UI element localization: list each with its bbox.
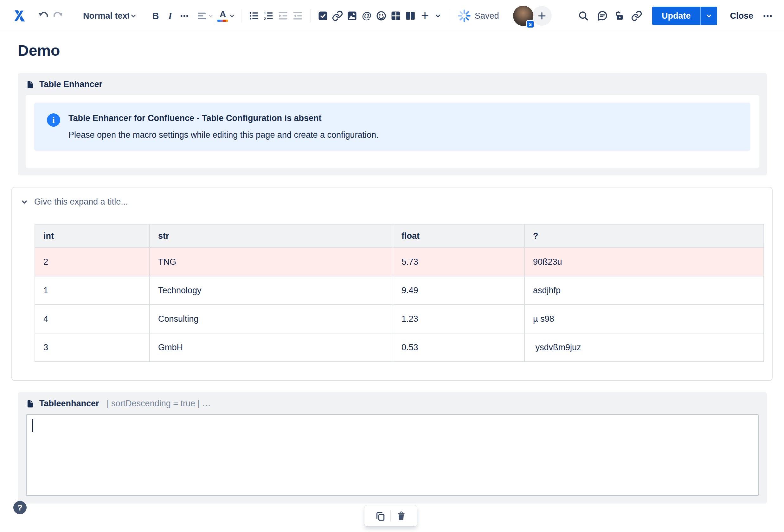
enhanced-table: int str float ? 2TNG5.7390ß23u1Technolog… (34, 224, 764, 362)
table-cell[interactable]: GmbH (149, 333, 393, 362)
outdent-button[interactable] (276, 7, 290, 25)
task-checkbox-icon (317, 10, 329, 22)
text-style-dropdown[interactable]: Normal text (83, 7, 138, 25)
table-cell[interactable]: 2 (35, 248, 149, 276)
insert-table-button[interactable] (389, 7, 403, 25)
table-cell[interactable]: asdjhfp (525, 276, 764, 305)
info-panel-title: Table Enhancer for Confluence - Table Co… (68, 113, 379, 123)
unlock-icon (614, 10, 625, 22)
table-cell[interactable]: 5.73 (393, 248, 525, 276)
help-button[interactable]: ? (13, 501, 27, 514)
table-cell[interactable]: 9.49 (393, 276, 525, 305)
table-cell[interactable]: Consulting (149, 305, 393, 333)
bullet-list-icon (248, 10, 259, 22)
table-cell[interactable]: 90ß23u (525, 248, 764, 276)
numbered-list-icon: 12 (263, 10, 274, 22)
action-item-button[interactable] (316, 7, 330, 25)
table-cell[interactable]: Technology (149, 276, 393, 305)
chevron-down-icon (20, 197, 29, 207)
editor-content: Demo Table Enhancer i Table Enhancer for… (0, 32, 784, 503)
page-title[interactable]: Demo (18, 42, 784, 59)
text-cursor (32, 419, 33, 432)
insert-image-button[interactable] (345, 7, 359, 25)
update-button[interactable]: Update (652, 7, 701, 25)
table-row[interactable]: 4Consulting1.23µ s98 (35, 305, 764, 333)
macro-body-editor[interactable] (26, 414, 759, 496)
macro-name: Table Enhancer (39, 80, 102, 89)
plus-icon (537, 11, 547, 21)
emoji-button[interactable] (374, 7, 389, 25)
collaborator-avatar[interactable]: S (513, 6, 533, 26)
table-enhancer-macro-panel[interactable]: Table Enhancer i Table Enhancer for Conf… (18, 73, 767, 175)
table-cell[interactable]: 3 (35, 333, 149, 362)
chevron-down-icon (129, 12, 138, 20)
restrictions-button[interactable] (612, 7, 627, 25)
node-floating-toolbar (364, 505, 417, 526)
table-cell[interactable]: 1.23 (393, 305, 525, 333)
insert-more-button[interactable]: + (418, 7, 432, 25)
table-cell[interactable]: 0.53 (393, 333, 525, 362)
macro-header[interactable]: Table Enhancer (26, 80, 759, 89)
column-header[interactable]: ? (525, 224, 764, 248)
document-icon (26, 399, 35, 408)
macro-header[interactable]: Tableenhancer | sortDescending = true | … (26, 399, 759, 409)
indent-button[interactable] (290, 7, 305, 25)
expand-block: Give this expand a title... int str floa… (11, 187, 773, 381)
table-cell[interactable]: TNG (149, 248, 393, 276)
expand-title-input[interactable]: Give this expand a title... (34, 197, 128, 207)
table-icon (390, 10, 401, 22)
columns-layout-icon (405, 10, 416, 22)
insert-dropdown-chevron[interactable] (432, 7, 444, 25)
avatar-status-badge: S (526, 20, 535, 29)
chevron-down-icon (207, 12, 214, 19)
macro-parameters: | sortDescending = true | … (107, 399, 211, 409)
alignment-dropdown[interactable] (196, 7, 214, 25)
table-cell[interactable]: µ s98 (525, 305, 764, 333)
expand-toggle-button[interactable] (20, 197, 29, 207)
table-cell[interactable]: ysdvßm9juz (525, 333, 764, 362)
toolbar-divider (449, 9, 449, 23)
mention-icon: @ (362, 10, 371, 22)
link-icon (631, 10, 642, 22)
insert-link-button[interactable] (330, 7, 345, 25)
column-header[interactable]: int (35, 224, 149, 248)
outdent-icon (277, 10, 289, 22)
find-replace-button[interactable] (576, 7, 591, 25)
table-row[interactable]: 1Technology9.49asdjhfp (35, 276, 764, 305)
layouts-button[interactable] (403, 7, 418, 25)
invite-people-button[interactable] (532, 6, 552, 26)
bullet-list-button[interactable] (247, 7, 261, 25)
image-icon (346, 10, 358, 22)
toolbar-divider (310, 9, 311, 23)
toolbar-overflow-button[interactable]: ⋯ (763, 10, 773, 22)
close-button[interactable]: Close (730, 11, 753, 21)
text-color-dropdown[interactable]: A (217, 7, 236, 25)
delete-node-button[interactable] (392, 508, 410, 524)
macro-body: i Table Enhancer for Confluence - Table … (26, 95, 759, 168)
info-panel-message: Please open the macro settings while edi… (68, 130, 379, 140)
confluence-logo-icon (11, 7, 29, 25)
italic-button[interactable]: I (163, 7, 177, 25)
bold-button[interactable]: B (148, 7, 163, 25)
copy-link-button[interactable] (629, 7, 644, 25)
redo-button[interactable] (51, 7, 65, 25)
tableenhancer-macro-panel[interactable]: Tableenhancer | sortDescending = true | … (18, 392, 767, 503)
copy-node-button[interactable] (371, 508, 389, 524)
inline-comment-button[interactable] (595, 7, 610, 25)
saving-spinner-icon (457, 7, 472, 25)
indent-icon (292, 10, 303, 22)
update-options-chevron[interactable] (701, 7, 717, 25)
copy-icon (375, 510, 386, 521)
undo-button[interactable] (36, 7, 51, 25)
svg-text:1: 1 (264, 11, 266, 15)
numbered-list-button[interactable]: 12 (261, 7, 276, 25)
table-row[interactable]: 3GmbH0.53 ysdvßm9juz (35, 333, 764, 362)
table-cell[interactable]: 4 (35, 305, 149, 333)
mention-button[interactable]: @ (359, 7, 374, 25)
column-header[interactable]: str (149, 224, 393, 248)
more-formatting-button[interactable]: ⋯ (177, 7, 192, 25)
table-row[interactable]: 2TNG5.7390ß23u (35, 248, 764, 276)
text-color-icon: A (217, 10, 228, 22)
column-header[interactable]: float (393, 224, 525, 248)
table-cell[interactable]: 1 (35, 276, 149, 305)
